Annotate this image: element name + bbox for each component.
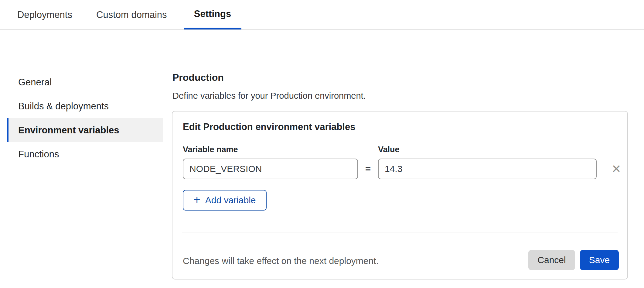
add-variable-label: Add variable [205, 195, 256, 205]
card-title: Edit Production environment variables [183, 122, 355, 132]
tab-deployments[interactable]: Deployments [17, 0, 72, 29]
tab-custom-domains[interactable]: Custom domains [96, 0, 167, 29]
value-label: Value [378, 145, 400, 154]
cancel-button[interactable]: Cancel [528, 250, 575, 270]
tab-bar: Deployments Custom domains Settings [0, 0, 644, 30]
plus-icon: + [194, 193, 200, 206]
sidebar-item-environment-variables[interactable]: Environment variables [7, 118, 163, 142]
footer-note: Changes will take effect on the next dep… [183, 251, 379, 271]
card-divider [182, 232, 618, 232]
close-icon: ✕ [612, 163, 621, 175]
tab-settings[interactable]: Settings [184, 0, 241, 29]
remove-variable-button[interactable]: ✕ [607, 159, 625, 179]
sidebar-item-functions[interactable]: Functions [0, 142, 170, 166]
environment-variables-card: Edit Production environment variables Va… [172, 111, 628, 279]
section-description: Define variables for your Production env… [172, 91, 366, 101]
variable-name-input[interactable] [183, 159, 358, 179]
sidebar-item-general[interactable]: General [0, 70, 170, 94]
variable-value-input[interactable] [378, 159, 597, 179]
sidebar-item-builds-deployments[interactable]: Builds & deployments [0, 94, 170, 118]
save-button[interactable]: Save [580, 250, 619, 270]
equals-sign: = [358, 159, 378, 179]
settings-sidebar: General Builds & deployments Environment… [0, 70, 170, 166]
page-title: Production [172, 72, 224, 83]
add-variable-button[interactable]: + Add variable [183, 190, 267, 211]
variable-name-label: Variable name [183, 145, 238, 154]
